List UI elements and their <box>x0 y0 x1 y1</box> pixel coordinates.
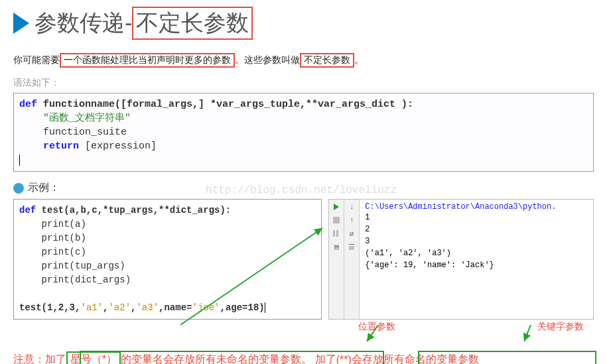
title-part1: 参数传递- <box>34 8 132 38</box>
code2-l4: print(c) <box>19 247 86 257</box>
syntax-indent <box>19 141 43 152</box>
annot-positional: 位置参数 <box>358 321 395 333</box>
fn-e: (**) <box>336 354 352 365</box>
code2-l8j: ,age=18) <box>220 302 265 313</box>
p1d-highlight: 不定长参数 <box>300 53 354 68</box>
play-icon[interactable] <box>332 202 341 212</box>
title-part2-highlight: 不定长参数 <box>132 7 253 40</box>
example-columns: def test(a,b,c,*tup_args,**dict_args): p… <box>13 199 594 320</box>
pause-icon[interactable] <box>332 229 341 238</box>
syntax-expr: [expression] <box>79 141 157 152</box>
syntax-docstr: "函数_文档字符串" <box>19 113 131 124</box>
fn-f: 会存放所有命名的变量参数 <box>352 353 479 364</box>
page-title: 参数传递- 不定长参数 <box>34 7 253 40</box>
page-title-row: 参数传递- 不定长参数 <box>13 7 594 40</box>
up-icon[interactable]: ↑ <box>347 215 356 225</box>
console-panel: ▤ ↓ ↑ ⇄ ☰ C:\Users\Administrator\Anacond… <box>328 199 594 320</box>
code2-l6: print(dict_args) <box>19 274 131 285</box>
code2-l5: print(tup_args) <box>19 261 125 271</box>
annotation-row: 位置参数 关键字参数 <box>13 321 594 339</box>
cursor2-icon <box>265 302 265 313</box>
console-toolbar2: ↓ ↑ ⇄ ☰ <box>344 200 360 319</box>
fn-a: 注意：加了 <box>13 353 66 364</box>
kw-def: def <box>19 99 37 110</box>
code2-l8c: 'a1' <box>80 302 103 313</box>
code2-l3: print(b) <box>19 233 86 243</box>
code2-l8b: (1,2,3, <box>42 302 81 313</box>
p1a: 你可能需要 <box>13 54 60 65</box>
code2-l8i: 'joe' <box>192 302 220 313</box>
console-out3: 3 <box>365 235 588 247</box>
code2-l8g: 'a3' <box>136 302 159 313</box>
fn-c: 的变量名会存放所有未命名的变量参数 <box>121 353 301 364</box>
syntax-line1: functionname([formal_args,] *var_args_tu… <box>37 99 413 110</box>
stop-icon[interactable] <box>332 215 341 225</box>
code2-l8h: ,name= <box>159 302 192 313</box>
code2-l8e: 'a2' <box>108 302 131 313</box>
down-icon[interactable]: ↓ <box>347 202 356 212</box>
fn-d: 。 加了 <box>301 353 336 364</box>
syntax-label: 语法如下： <box>13 77 594 89</box>
p1b-highlight: 一个函数能处理比当初声明时更多的参数 <box>60 53 235 68</box>
triangle-bullet-icon <box>13 13 29 34</box>
wrap-icon[interactable]: ⇄ <box>347 229 356 238</box>
console-out4: ('a1', 'a2', 'a3') <box>365 247 588 259</box>
annot-keyword: 关键字参数 <box>537 321 584 333</box>
console-out5: {'age': 19, 'name': 'Jack'} <box>365 259 588 271</box>
cursor-icon <box>19 154 20 166</box>
kw-return: return <box>43 141 79 152</box>
console-out1: 1 <box>365 212 588 223</box>
fn-b-highlight: 星号（*） <box>66 351 121 364</box>
example-codebox: def test(a,b,c,*tup_args,**dict_args): p… <box>13 199 322 320</box>
console-body: C:\Users\Administrator\Anaconda3\python.… <box>360 200 593 319</box>
code2-l8a: test <box>19 302 42 313</box>
console-path: C:\Users\Administrator\Anaconda3\python. <box>365 202 588 212</box>
p1c: 。这些参数叫做 <box>235 54 300 65</box>
syntax-codebox: def functionname([formal_args,] *var_arg… <box>13 93 594 172</box>
code2-l2: print(a) <box>19 219 86 229</box>
code2-sig: test(a,b,c,*tup_args,**dict_args): <box>36 205 231 215</box>
layout-icon[interactable]: ▤ <box>332 242 341 251</box>
example-header: 示例： <box>13 181 594 195</box>
console-out2: 2 <box>365 223 588 235</box>
syntax-suite: function_suite <box>19 127 127 138</box>
print-icon[interactable]: ☰ <box>347 242 356 251</box>
console-toolbar: ▤ <box>329 200 344 319</box>
example-label: 示例： <box>28 181 60 195</box>
intro-paragraph: 你可能需要一个函数能处理比当初声明时更多的参数。这些参数叫做不定长参数。 <box>13 53 594 68</box>
dot-bullet-icon <box>13 183 24 194</box>
footer-note: 注意：加了星号（*）的变量名会存放所有未命名的变量参数。 加了(**)会存放所有… <box>13 351 594 364</box>
kw-def2: def <box>19 205 36 215</box>
p1e: 。 <box>354 54 364 65</box>
